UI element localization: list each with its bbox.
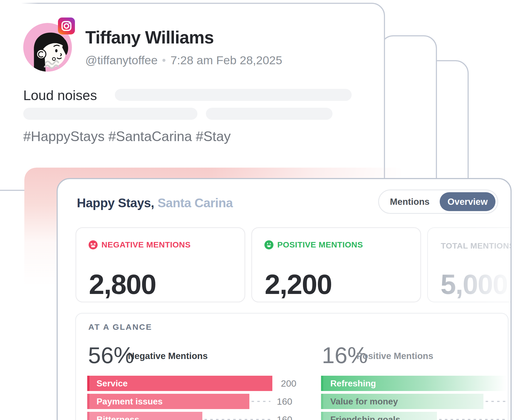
positive-bar-chart: Refreshing Value for money Friendship go…: [321, 376, 509, 420]
dashed-connector: [205, 419, 270, 420]
bar-label: Bitterness: [89, 415, 139, 420]
bar-label: Payment issues: [89, 396, 163, 407]
post-meta: @tiffanytoffee 7:28 am Feb 28,2025: [85, 54, 282, 67]
post-text: Loud noises: [23, 88, 97, 103]
bar-row-payment-issues: Payment issues 160: [87, 394, 292, 409]
post-handle: @tiffanytoffee: [85, 54, 158, 67]
negative-percentage: 56%: [88, 344, 134, 367]
instagram-icon: [58, 18, 75, 34]
border-fade: [0, 1, 38, 6]
dashboard-card: Happy Stays, Santa Carina Mentions Overv…: [57, 178, 512, 420]
dot-separator-icon: [162, 59, 165, 62]
bar-label: Friendship goals: [323, 415, 400, 420]
bar-row-service: Service 200: [87, 376, 292, 391]
at-a-glance-panel: AT A GLANCE 56% Negative Mentions 16% Po…: [75, 313, 509, 420]
total-mentions-label: TOTAL MENTIONS: [441, 241, 512, 250]
bar-value: 200: [277, 378, 296, 389]
bar-value: 160: [273, 414, 292, 420]
bar-label: Service: [89, 378, 128, 389]
bar-refreshing: Refreshing: [321, 376, 507, 391]
bar-row-refreshing: Refreshing: [321, 376, 509, 391]
bar-bitterness: Bitterness: [87, 412, 202, 420]
total-mentions-value: 5,000: [441, 270, 508, 298]
negative-mentions-value: 2,800: [89, 270, 156, 298]
post-timestamp: 7:28 am Feb 28,2025: [170, 54, 282, 67]
negative-mentions-label: NEGATIVE MENTIONS: [101, 240, 191, 249]
bar-label: Refreshing: [323, 378, 376, 389]
bar-row-bitterness: Bitterness 160: [87, 412, 292, 420]
post-hashtags: #HappyStays #SantaCarina #Stay: [23, 129, 231, 144]
dashed-connector: [439, 419, 506, 420]
bar-value: 160: [273, 396, 292, 407]
smiley-face-icon: [264, 240, 273, 249]
view-toggle: Mentions Overview: [378, 189, 498, 214]
post-author-name: Tiffany Williams: [85, 27, 214, 48]
bar-friendship-goals: Friendship goals: [321, 412, 437, 420]
dashboard-title-brand: Happy Stays,: [77, 196, 154, 210]
dashed-connector: [252, 401, 270, 402]
text-placeholder: [206, 108, 332, 120]
bar-payment-issues: Payment issues: [87, 394, 249, 409]
dashboard-title: Happy Stays, Santa Carina: [77, 196, 233, 210]
stage: Tiffany Williams @tiffanytoffee 7:28 am …: [0, 0, 525, 420]
positive-percentage-label: Positive Mentions: [357, 351, 433, 361]
bar-label: Value for money: [323, 396, 398, 407]
angry-face-icon: [89, 240, 98, 249]
bar-row-value-for-money: Value for money: [321, 394, 509, 409]
positive-mentions-card: POSITIVE MENTIONS 2,200: [251, 227, 421, 302]
text-placeholder: [115, 89, 352, 101]
dashboard-title-location: Santa Carina: [154, 196, 233, 210]
total-mentions-card: TOTAL MENTIONS 5,000: [427, 227, 512, 302]
tab-overview[interactable]: Overview: [440, 192, 495, 211]
dashed-connector: [486, 401, 506, 402]
tab-mentions[interactable]: Mentions: [379, 190, 441, 213]
positive-mentions-label: POSITIVE MENTIONS: [277, 240, 363, 249]
text-placeholder: [23, 108, 197, 120]
negative-mentions-card: NEGATIVE MENTIONS 2,800: [75, 227, 245, 302]
positive-mentions-value: 2,200: [265, 270, 332, 298]
bar-value-for-money: Value for money: [321, 394, 483, 409]
at-a-glance-heading: AT A GLANCE: [88, 322, 152, 332]
negative-percentage-label: Negative Mentions: [128, 351, 208, 361]
bar-row-friendship-goals: Friendship goals: [321, 412, 509, 420]
bar-service: Service: [87, 376, 272, 391]
negative-bar-chart: Service 200 Payment issues 160 Bitternes…: [87, 376, 292, 420]
